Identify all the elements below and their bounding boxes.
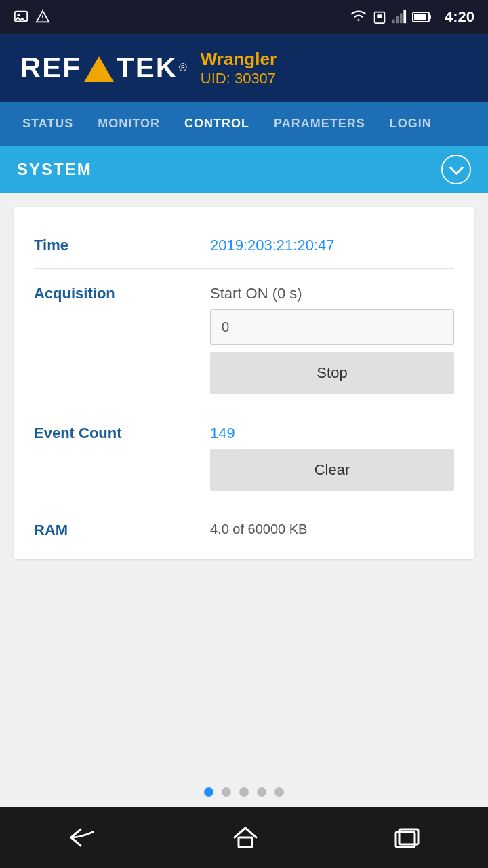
page-dot-2[interactable] (222, 787, 231, 797)
logo-right: TEK (117, 52, 178, 84)
image-icon (14, 9, 28, 24)
svg-rect-11 (414, 14, 426, 20)
logo-triangle-icon (84, 56, 114, 82)
recent-apps-icon (394, 825, 421, 850)
ram-row: RAM 4.0 of 60000 KB (34, 505, 454, 546)
uid-display: UID: 30307 (201, 70, 277, 87)
signal-icon (392, 9, 407, 24)
acquisition-input[interactable] (210, 309, 454, 345)
status-bar-right-icons: 4:20 (350, 8, 474, 26)
nav-login[interactable]: LOGIN (378, 117, 444, 131)
page-dot-3[interactable] (239, 787, 249, 797)
svg-rect-12 (429, 15, 431, 19)
chevron-down-button[interactable] (441, 155, 471, 184)
acquisition-value-container: Start ON (0 s) Stop (210, 282, 454, 394)
back-icon (67, 825, 97, 850)
nav-bar[interactable]: STATUS MONITOR CONTROL PARAMETERS LOGIN (0, 102, 488, 146)
sim-icon (373, 9, 386, 24)
ram-label: RAM (34, 519, 210, 539)
status-bar-left-icons (14, 9, 50, 24)
home-button[interactable] (205, 817, 286, 858)
time-value-container: 2019:203:21:20:47 (210, 234, 454, 254)
time-label: Time (34, 234, 210, 254)
logo: REF TEK ® (20, 52, 187, 84)
event-count-label: Event Count (34, 422, 210, 442)
page-dot-4[interactable] (257, 787, 266, 797)
svg-point-3 (42, 20, 43, 21)
home-icon (232, 824, 259, 851)
main-content: Time 2019:203:21:20:47 Acquisition Start… (0, 193, 488, 777)
status-time: 4:20 (445, 8, 474, 26)
svg-rect-13 (239, 837, 252, 847)
svg-rect-7 (396, 16, 399, 23)
recent-apps-button[interactable] (367, 818, 448, 856)
back-button[interactable] (40, 818, 124, 856)
event-count-value: 149 (210, 422, 454, 442)
section-header: SYSTEM (0, 146, 488, 193)
logo-left: REF (20, 52, 81, 84)
time-row: Time 2019:203:21:20:47 (34, 220, 454, 269)
acquisition-status: Start ON (0 s) (210, 282, 454, 302)
status-bar: 4:20 (0, 0, 488, 34)
nav-control[interactable]: CONTROL (172, 117, 262, 131)
system-card: Time 2019:203:21:20:47 Acquisition Start… (14, 207, 474, 559)
wifi-icon (350, 9, 367, 24)
svg-rect-9 (403, 10, 406, 23)
acquisition-label: Acquisition (34, 282, 210, 302)
page-dot-5[interactable] (274, 787, 284, 797)
svg-rect-8 (400, 14, 403, 24)
ram-value: 4.0 of 60000 KB (210, 519, 454, 537)
svg-rect-5 (377, 14, 382, 18)
stop-button[interactable]: Stop (210, 352, 454, 394)
app-name: Wrangler (201, 49, 277, 70)
header-subtitle: Wrangler UID: 30307 (201, 49, 277, 87)
acquisition-row: Acquisition Start ON (0 s) Stop (34, 269, 454, 408)
nav-parameters[interactable]: PARAMETERS (262, 117, 378, 131)
nav-monitor[interactable]: MONITOR (85, 117, 172, 131)
svg-rect-6 (392, 20, 395, 23)
logo-registered: ® (179, 62, 187, 74)
clear-button[interactable]: Clear (210, 449, 454, 491)
ram-value-container: 4.0 of 60000 KB (210, 519, 454, 537)
time-value: 2019:203:21:20:47 (210, 234, 454, 254)
page-indicators (0, 777, 488, 807)
section-title: SYSTEM (17, 160, 92, 179)
bottom-nav (0, 807, 488, 868)
svg-point-1 (18, 14, 20, 16)
nav-status[interactable]: STATUS (10, 117, 85, 131)
warning-icon (35, 9, 50, 24)
page-dot-1[interactable] (204, 787, 214, 797)
event-count-row: Event Count 149 Clear (34, 408, 454, 505)
battery-icon (412, 11, 432, 23)
event-count-value-container: 149 Clear (210, 422, 454, 491)
app-header: REF TEK ® Wrangler UID: 30307 (0, 34, 488, 102)
